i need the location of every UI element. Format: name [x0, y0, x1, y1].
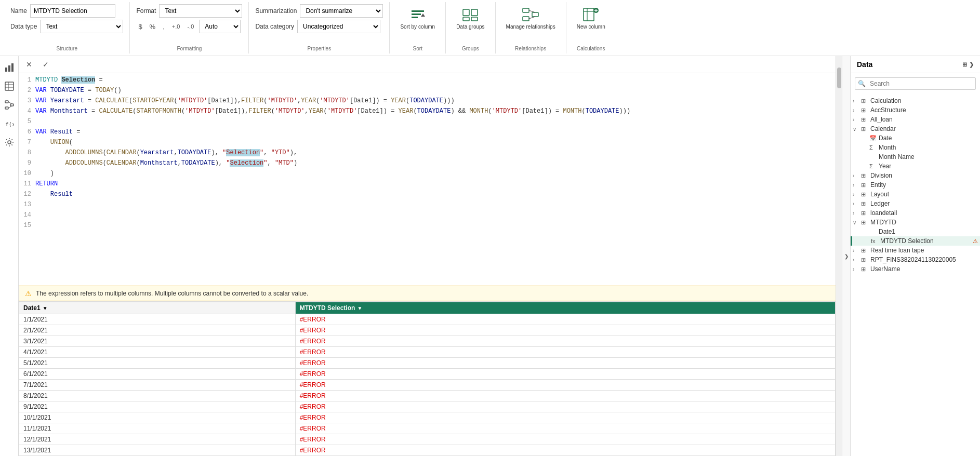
scrollbar-thumb[interactable] [837, 68, 841, 88]
right-panel: Data ⊞ ❯ 🔍 ›⊞Calculation›⊞AccStructure›⊞… [850, 56, 980, 456]
data-category-label: Data category [255, 23, 294, 30]
data-groups-label: Data groups [456, 24, 484, 30]
relationships-icon [522, 6, 539, 23]
chart-icon[interactable] [2, 60, 17, 75]
tree-item-calendar-date[interactable]: 📅Date [851, 133, 980, 143]
table-icon: ⊞ [861, 126, 870, 132]
data-category-select[interactable]: Uncategorized [297, 20, 380, 33]
date-cell: 13/1/2021 [19, 445, 296, 456]
model-icon[interactable] [2, 98, 17, 112]
tree-item-layout[interactable]: ›⊞Layout [851, 190, 980, 199]
code-line-3: 3 VAR Yearstart = CALCULATE(STARTOFYEAR(… [19, 96, 836, 106]
data-groups-button[interactable]: Data groups [452, 4, 488, 32]
sort-label: Sort by column [400, 24, 435, 30]
tree-item-all_loan[interactable]: ›⊞All_loan [851, 115, 980, 124]
structure-group: Name Data type Text Structure [4, 2, 130, 53]
data-type-select[interactable]: Text [40, 20, 123, 33]
tree-item-entity[interactable]: ›⊞Entity [851, 180, 980, 190]
tree-item-calendar-month[interactable]: ΣMonth [851, 143, 980, 152]
tree-item-accstructure[interactable]: ›⊞AccStructure [851, 105, 980, 115]
sort-label-group: Sort [413, 44, 422, 51]
table-icon: ⊞ [861, 107, 870, 114]
tree-item-mtdytd[interactable]: ∨⊞MTDYTD [851, 218, 980, 227]
tree-label: Calculation [870, 97, 978, 104]
tree-item-real-time[interactable]: ›⊞Real time loan tape [851, 246, 980, 255]
svg-rect-26 [5, 101, 8, 103]
table-row: 13/1/2021#ERROR [19, 445, 836, 456]
tree-label: Entity [870, 181, 978, 189]
tree-item-loandetail[interactable]: ›⊞loandetail [851, 208, 980, 218]
percent-btn[interactable]: % [148, 22, 158, 32]
svg-line-30 [8, 106, 12, 108]
date-cell: 10/1/2021 [19, 412, 296, 423]
tree-label: Ledger [870, 200, 978, 207]
error-icon: ⚠ [25, 289, 32, 298]
search-input[interactable] [855, 77, 976, 90]
code-line-8: 8 ADDCOLUMNS(CALENDAR(Yearstart,TODAYDAT… [19, 148, 836, 158]
summarization-select[interactable]: Don't summarize [300, 4, 383, 18]
tree-item-ledger[interactable]: ›⊞Ledger [851, 199, 980, 208]
decimal-dec-btn[interactable]: -.0 [185, 22, 196, 31]
manage-relationships-button[interactable]: Manage relationships [502, 4, 560, 32]
filter-panel-icon[interactable]: ⊞ [962, 61, 967, 68]
col1-filter-icon[interactable]: ▼ [43, 305, 48, 311]
tree-item-mtdytd-selection[interactable]: fxMTDYTD Selection⚠ [851, 236, 980, 246]
tree-item-calendar[interactable]: ∨⊞Calendar [851, 124, 980, 133]
new-column-button[interactable]: New column [573, 4, 610, 32]
table-row: 12/1/2021#ERROR [19, 434, 836, 445]
table-icon: ⊞ [861, 266, 870, 273]
value-cell: #ERROR [295, 412, 835, 423]
tree-item-username[interactable]: ›⊞UserName [851, 264, 980, 274]
table-row: 6/1/2021#ERROR [19, 369, 836, 380]
panel-collapse-button[interactable]: ❯ [842, 56, 850, 456]
header-right-controls: ⊞ ❯ [962, 61, 974, 68]
close-button[interactable]: ✕ [23, 58, 35, 71]
main-layout: f(x) ✕ ✓ 1 MTDYTD Selection = 2 [0, 56, 980, 456]
format-select[interactable]: Text [159, 4, 242, 18]
svg-rect-8 [523, 8, 529, 12]
dollar-btn[interactable]: $ [136, 22, 144, 32]
date-cell: 6/1/2021 [19, 369, 296, 380]
code-line-5: 5 [19, 117, 836, 127]
col1-header: Date1 ▼ [19, 302, 296, 314]
tree-label: Layout [870, 191, 978, 198]
dax-icon[interactable]: f(x) [2, 116, 17, 131]
tree-item-mtdytd-date1[interactable]: Date1 [851, 227, 980, 236]
code-line-12: 12 Result [19, 190, 836, 200]
col2-header: MTDYTD Selection ▼ [295, 302, 835, 314]
data-groups-icon [462, 6, 479, 23]
table-icon[interactable] [2, 79, 17, 93]
date-cell: 4/1/2021 [19, 347, 296, 358]
groups-group: Data groups Groups [446, 2, 495, 53]
sort-by-column-button[interactable]: Sort by column [396, 4, 439, 32]
right-panel-title: Data [857, 60, 872, 69]
data-table-area: Date1 ▼ MTDYTD Selection ▼ 1/1/ [19, 301, 836, 456]
check-button[interactable]: ✓ [39, 58, 52, 71]
tree-item-rpt-fins[interactable]: ›⊞RPT_FINS3820241130220005 [851, 255, 980, 264]
data-category-row: Data category Uncategorized [255, 20, 380, 33]
settings-icon[interactable] [2, 135, 17, 150]
tree-label: loandetail [870, 209, 978, 217]
table-row: 2/1/2021#ERROR [19, 325, 836, 336]
sort-icon [409, 6, 426, 23]
table-row: 11/1/2021#ERROR [19, 423, 836, 434]
collapse-panel-icon[interactable]: ❯ [969, 61, 974, 68]
svg-rect-27 [5, 107, 8, 109]
table-icon: ⊞ [861, 219, 870, 226]
tree-item-calendar-month-name[interactable]: Month Name [851, 152, 980, 162]
tree-item-division[interactable]: ›⊞Division [851, 171, 980, 180]
code-editor[interactable]: 1 MTDYTD Selection = 2 VAR TODAYDATE = T… [19, 73, 836, 286]
calculations-group: New column Calculations [566, 2, 616, 53]
auto-select[interactable]: Auto [199, 20, 241, 33]
name-input[interactable] [30, 4, 115, 18]
comma-btn[interactable]: , [161, 22, 167, 32]
col2-filter-icon[interactable]: ▼ [357, 305, 362, 311]
svg-rect-5 [471, 9, 478, 16]
editor-scrollbar[interactable] [836, 56, 842, 456]
search-box: 🔍 [855, 77, 976, 90]
decimal-inc-btn[interactable]: +.0 [170, 22, 182, 31]
toolbar: Name Data type Text Structure Format Tex… [0, 0, 980, 56]
tree-item-calendar-year[interactable]: ΣYear [851, 162, 980, 171]
tree-arrow: ∨ [853, 126, 861, 132]
tree-item-calculation[interactable]: ›⊞Calculation [851, 96, 980, 105]
